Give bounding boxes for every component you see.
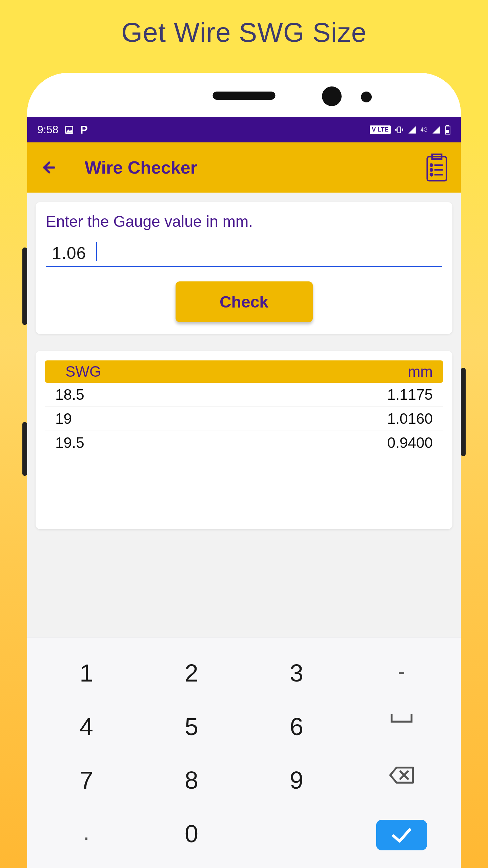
key-space[interactable] — [349, 705, 454, 749]
vibrate-icon — [395, 125, 404, 134]
key-7[interactable]: 7 — [34, 758, 139, 802]
key-9[interactable]: 9 — [244, 758, 349, 802]
cell-swg: 18.5 — [55, 386, 387, 403]
key-enter[interactable] — [376, 820, 427, 850]
table-header: SWG mm — [45, 360, 443, 383]
gauge-input[interactable] — [46, 241, 442, 267]
phone-notch — [27, 73, 461, 117]
key-3[interactable]: 3 — [244, 651, 349, 695]
marketing-title: Get Wire SWG Size — [0, 0, 488, 48]
key-empty — [244, 812, 349, 859]
cell-mm: 1.0160 — [387, 410, 433, 427]
status-time: 9:58 — [37, 123, 58, 136]
table-row: 18.5 1.1175 — [45, 383, 443, 407]
key-8[interactable]: 8 — [139, 758, 244, 802]
key-enter-wrap — [349, 812, 454, 859]
phone-side-button — [461, 368, 466, 456]
volte-badge: V LTE — [370, 125, 391, 134]
key-dot[interactable]: . — [34, 812, 139, 859]
image-icon — [64, 125, 74, 135]
key-0[interactable]: 0 — [139, 812, 244, 859]
network-label: 4G — [421, 127, 428, 133]
back-arrow-icon[interactable] — [37, 156, 61, 179]
key-1[interactable]: 1 — [34, 651, 139, 695]
key-dash[interactable]: - — [349, 651, 454, 695]
table-row: 19.5 0.9400 — [45, 431, 443, 455]
app-content: Enter the Gauge value in mm. Check SWG m… — [27, 193, 461, 868]
th-swg: SWG — [65, 363, 408, 380]
text-cursor — [96, 242, 97, 261]
cell-swg: 19 — [55, 410, 387, 427]
th-mm: mm — [408, 363, 433, 380]
phone-power-button — [22, 422, 27, 476]
check-button[interactable]: Check — [176, 281, 313, 322]
camera-dot — [322, 86, 342, 106]
table-row: 19 1.0160 — [45, 407, 443, 431]
gauge-input-label: Enter the Gauge value in mm. — [46, 212, 442, 231]
battery-icon — [445, 125, 451, 135]
clipboard-list-icon[interactable] — [425, 153, 449, 182]
svg-rect-4 — [446, 130, 449, 133]
svg-point-10 — [430, 174, 432, 176]
status-bar: 9:58 P V LTE 4G — [27, 117, 461, 142]
p-icon: P — [80, 123, 88, 136]
cell-mm: 1.1175 — [387, 386, 433, 403]
signal-icon-2 — [432, 125, 441, 134]
phone-volume-button — [22, 248, 27, 325]
key-6[interactable]: 6 — [244, 705, 349, 749]
cell-swg: 19.5 — [55, 434, 387, 451]
input-card: Enter the Gauge value in mm. Check — [36, 202, 452, 334]
key-2[interactable]: 2 — [139, 651, 244, 695]
cell-mm: 0.9400 — [387, 434, 433, 451]
key-5[interactable]: 5 — [139, 705, 244, 749]
speaker-slot — [213, 92, 276, 100]
key-4[interactable]: 4 — [34, 705, 139, 749]
phone-frame: 9:58 P V LTE 4G Wire Che — [27, 73, 461, 868]
app-bar: Wire Checker — [27, 142, 461, 193]
key-backspace[interactable] — [349, 758, 454, 802]
svg-point-6 — [430, 164, 432, 166]
app-title: Wire Checker — [85, 157, 197, 178]
svg-point-8 — [430, 169, 432, 171]
results-table: SWG mm 18.5 1.1175 19 1.0160 19.5 0.9400 — [36, 351, 452, 529]
sensor-dot — [361, 92, 372, 102]
svg-rect-1 — [398, 127, 401, 133]
numeric-keyboard: 1 2 3 - 4 5 6 7 8 9 — [27, 637, 461, 868]
signal-icon — [408, 125, 416, 134]
